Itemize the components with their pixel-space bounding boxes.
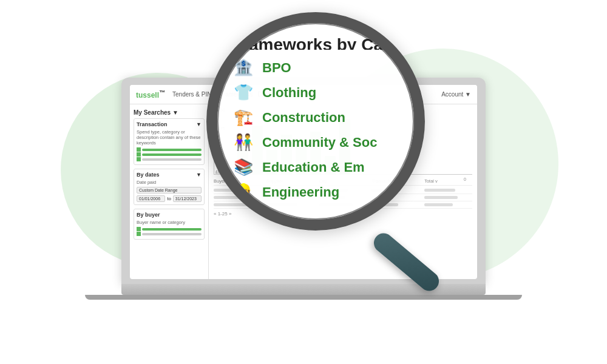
buyer-checkbox-row-1 <box>137 227 202 231</box>
community-icon: 👫 <box>232 133 255 152</box>
checkbox-row-1 <box>137 147 202 152</box>
filter-line-3 <box>142 158 202 160</box>
magnifier-lens: Frameworks by Cate 🏦 BPO 👕 Clothing 🏗️ C… <box>206 12 425 231</box>
date-range: 01/01/2006 to 31/12/2023 <box>137 195 202 202</box>
checkbox-2[interactable] <box>137 152 141 157</box>
list-item-education: 📚 Education & Em <box>232 158 399 177</box>
construction-icon: 🏗️ <box>232 108 255 127</box>
magnifier: Frameworks by Cate 🏦 BPO 👕 Clothing 🏗️ C… <box>206 12 461 267</box>
list-item-clothing: 👕 Clothing <box>232 83 399 102</box>
list-item-bpo: 🏦 BPO <box>232 58 399 77</box>
filter-line-1 <box>142 148 202 150</box>
buyer-checkbox-1[interactable] <box>137 227 141 231</box>
buyer-filter-line-1 <box>142 228 202 230</box>
list-item-construction: 🏗️ Construction <box>232 108 399 127</box>
date-to-label: to <box>167 196 171 201</box>
engineering-link[interactable]: Engineering <box>262 184 339 200</box>
filter-dates-title[interactable]: By dates ▼ <box>137 172 202 178</box>
education-icon: 📚 <box>232 158 255 177</box>
checkbox-3[interactable] <box>137 157 141 161</box>
checkbox-row-2 <box>137 152 202 157</box>
filter-buyer-sub: Buyer name or category <box>137 220 202 225</box>
category-list: 🏦 BPO 👕 Clothing 🏗️ Construction 👫 Commu… <box>232 58 399 207</box>
sidebar-section-title[interactable]: My Searches ▼ <box>134 109 205 116</box>
filter-dates-dropdown[interactable]: Custom Date Range <box>137 187 202 194</box>
education-link[interactable]: Education & Em <box>262 160 365 175</box>
filter-transaction: Transaction ▼ Spend type, category or de… <box>134 118 205 165</box>
filter-dates-sub: Date paid <box>137 180 202 185</box>
construction-link[interactable]: Construction <box>262 110 345 126</box>
logo-trademark: ™ <box>159 89 165 96</box>
bpo-link[interactable]: BPO <box>262 60 291 76</box>
checkbox-1[interactable] <box>137 147 141 152</box>
list-item-community: 👫 Community & Soc <box>232 133 399 152</box>
app-logo: tussell™ <box>136 89 165 99</box>
magnifier-title: Frameworks by Cate <box>232 35 399 50</box>
date-from[interactable]: 01/01/2006 <box>137 195 165 202</box>
buyer-checkbox-row-2 <box>137 232 202 236</box>
filter-dates-arrow: ▼ <box>196 172 202 178</box>
filter-transaction-title[interactable]: Transaction ▼ <box>137 121 202 127</box>
app-sidebar: My Searches ▼ Transaction ▼ Spend type, … <box>130 104 209 279</box>
list-item-engineering: 👷 Engineering <box>232 183 399 201</box>
filter-line-2 <box>142 153 202 155</box>
checkbox-row-3 <box>137 157 202 161</box>
date-to[interactable]: 31/12/2023 <box>173 195 202 202</box>
chart-x-2: 0 <box>464 177 466 181</box>
buyer-filter-line-2 <box>142 232 202 235</box>
logo-text: tussell <box>136 91 159 99</box>
filter-dates: By dates ▼ Date paid Custom Date Range 0… <box>134 169 205 205</box>
bpo-icon: 🏦 <box>232 58 255 77</box>
community-link[interactable]: Community & Soc <box>262 135 377 150</box>
filter-transaction-arrow: ▼ <box>196 121 202 127</box>
clothing-icon: 👕 <box>232 83 255 102</box>
scene: tussell™ Tenders & PINs Frameworks Data … <box>0 0 607 364</box>
engineering-icon: 👷 <box>232 183 255 201</box>
filter-buyer-title[interactable]: By buyer <box>137 212 202 218</box>
filter-buyer: By buyer Buyer name or category <box>134 209 205 240</box>
laptop-foot <box>85 295 522 300</box>
filter-transaction-desc: Spend type, category or description cont… <box>137 129 202 146</box>
clothing-link[interactable]: Clothing <box>262 85 316 101</box>
buyer-checkbox-2[interactable] <box>137 232 141 236</box>
